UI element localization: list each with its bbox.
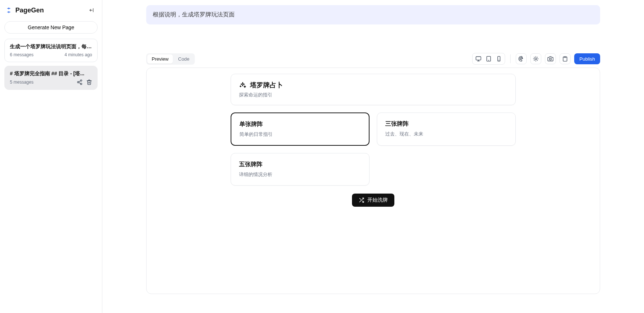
chat-list: 生成一个塔罗牌玩法说明页面，每种玩法... 6 messages 4 minut… xyxy=(3,37,99,91)
spread-card-title: 单张牌阵 xyxy=(239,121,361,128)
chat-item-actions xyxy=(77,79,92,85)
toolbar-right: Publish xyxy=(472,53,600,65)
chat-item[interactable]: # 塔罗牌完全指南 ## 目录 - [塔... 5 messages xyxy=(4,66,98,90)
svg-rect-28 xyxy=(564,57,566,58)
svg-line-21 xyxy=(534,57,535,57)
chat-item-messages: 6 messages xyxy=(10,52,34,57)
chat-item-title: 生成一个塔罗牌玩法说明页面，每种玩法... xyxy=(10,43,92,50)
sparkles-icon xyxy=(239,81,246,89)
sun-icon xyxy=(533,56,539,62)
svg-line-25 xyxy=(534,60,535,61)
spread-card-title: 三张牌阵 xyxy=(385,120,507,128)
svg-point-27 xyxy=(550,58,552,60)
hero-title: 塔罗牌占卜 xyxy=(250,81,283,89)
hero-card: 塔罗牌占卜 探索命运的指引 xyxy=(231,74,516,105)
shuffle-icon xyxy=(359,197,364,203)
chat-item-meta: 6 messages 4 minutes ago xyxy=(10,52,92,57)
theme-palette-button[interactable] xyxy=(516,53,527,64)
svg-point-17 xyxy=(520,59,520,59)
spread-card-three[interactable]: 三张牌阵 过去、现在、未来 xyxy=(377,112,516,146)
shuffle-button-label: 开始洗牌 xyxy=(367,197,388,203)
chat-item-messages: 5 messages xyxy=(10,80,34,85)
smartphone-icon xyxy=(496,56,502,62)
svg-point-14 xyxy=(522,57,522,58)
brand-name: PageGen xyxy=(15,7,44,14)
tablet-icon xyxy=(486,56,492,62)
shuffle-button[interactable]: 开始洗牌 xyxy=(352,194,394,207)
shuffle-row: 开始洗牌 xyxy=(231,194,516,207)
panel-left-close-icon xyxy=(89,7,95,13)
svg-line-31 xyxy=(360,198,361,199)
prompt-text: 根据说明，生成塔罗牌玩法页面 xyxy=(153,11,235,18)
chat-item-time: 4 minutes ago xyxy=(65,52,92,57)
brand: PageGen xyxy=(5,7,44,14)
viewport-desktop-button[interactable] xyxy=(473,54,484,64)
share-icon[interactable] xyxy=(77,79,83,85)
sidebar-header: PageGen xyxy=(3,4,99,18)
monitor-icon xyxy=(476,56,481,62)
spread-card-subtitle: 过去、现在、未来 xyxy=(385,131,507,137)
svg-line-26 xyxy=(537,57,538,57)
hero-subtitle: 探索命运的指引 xyxy=(239,92,507,98)
svg-line-22 xyxy=(537,60,538,61)
palette-icon xyxy=(518,56,524,62)
canvas-wrap: 塔罗牌占卜 探索命运的指引 单张牌阵 简单的日常指引 三张牌阵 过去、现在、未来… xyxy=(102,68,644,313)
view-tabs: Preview Code xyxy=(146,53,195,65)
hero-title-row: 塔罗牌占卜 xyxy=(239,81,507,89)
spread-card-five[interactable]: 五张牌阵 详细的情况分析 xyxy=(231,153,370,186)
svg-point-18 xyxy=(535,58,537,60)
spread-grid: 单张牌阵 简单的日常指引 三张牌阵 过去、现在、未来 五张牌阵 详细的情况分析 xyxy=(231,112,516,186)
svg-point-16 xyxy=(520,57,520,58)
svg-rect-7 xyxy=(476,57,481,60)
camera-icon xyxy=(548,56,553,62)
chat-item[interactable]: 生成一个塔罗牌玩法说明页面，每种玩法... 6 messages 4 minut… xyxy=(4,39,98,62)
screenshot-button[interactable] xyxy=(545,53,556,64)
prompt-bar: 根据说明，生成塔罗牌玩法页面 xyxy=(146,5,600,24)
spread-card-single[interactable]: 单张牌阵 简单的日常指引 xyxy=(231,112,370,146)
clipboard-icon xyxy=(562,56,568,62)
chat-item-title: # 塔罗牌完全指南 ## 目录 - [塔... xyxy=(10,70,92,77)
spread-card-title: 五张牌阵 xyxy=(239,161,361,168)
sidebar-collapse-button[interactable] xyxy=(87,5,97,15)
generate-new-page-button[interactable]: Generate New Page xyxy=(4,21,98,34)
viewport-tablet-button[interactable] xyxy=(484,54,494,64)
svg-line-6 xyxy=(79,81,81,82)
trash-icon[interactable] xyxy=(86,79,92,85)
preview-canvas: 塔罗牌占卜 探索命运的指引 单张牌阵 简单的日常指引 三张牌阵 过去、现在、未来… xyxy=(146,68,600,294)
tab-code[interactable]: Code xyxy=(174,54,194,64)
toolbar-divider xyxy=(510,54,511,63)
spread-card-subtitle: 详细的情况分析 xyxy=(239,171,361,178)
viewport-group xyxy=(472,53,505,65)
copy-button[interactable] xyxy=(560,53,571,64)
svg-line-5 xyxy=(79,83,81,84)
brand-logo-icon xyxy=(5,7,12,14)
theme-mode-button[interactable] xyxy=(530,53,541,64)
publish-button[interactable]: Publish xyxy=(574,53,600,64)
viewport-mobile-button[interactable] xyxy=(494,54,504,64)
toolbar: Preview Code xyxy=(102,53,644,65)
sidebar: PageGen Generate New Page 生成一个塔罗牌玩法说明页面，… xyxy=(0,0,102,313)
svg-rect-12 xyxy=(498,56,500,61)
svg-rect-10 xyxy=(487,56,491,61)
chat-item-meta: 5 messages xyxy=(10,79,92,85)
spread-card-subtitle: 简单的日常指引 xyxy=(239,131,361,138)
tab-preview[interactable]: Preview xyxy=(147,54,173,64)
prompt-bar-wrap: 根据说明，生成塔罗牌玩法页面 xyxy=(102,0,644,24)
main: 根据说明，生成塔罗牌玩法页面 Preview Code xyxy=(102,0,644,313)
